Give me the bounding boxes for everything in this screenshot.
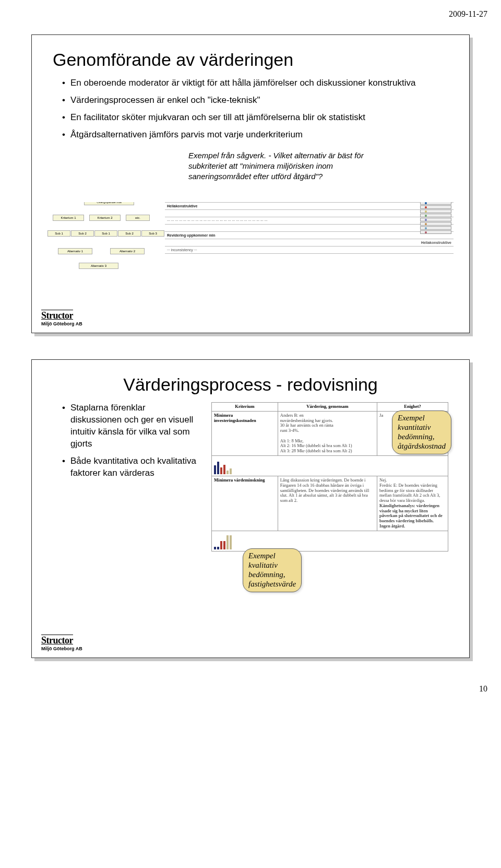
table-row xyxy=(212,455,448,476)
page: 2009-11-27 Genomförande av värderingen E… xyxy=(0,0,501,714)
slide-2: Värderingsprocess - redovisning Staplarn… xyxy=(31,359,470,658)
list-item: En oberoende moderator är viktigt för at… xyxy=(62,77,448,89)
panel-heading: Heliakonstruktive xyxy=(165,202,454,209)
bar-chart-2 xyxy=(214,535,446,549)
bar xyxy=(226,471,229,474)
bar xyxy=(220,467,222,474)
callout-line: bedömning, xyxy=(248,570,296,579)
logo-word: Structor xyxy=(41,635,82,646)
bar xyxy=(226,535,229,549)
bar xyxy=(214,465,216,474)
slide1-title: Genomförande av värderingen xyxy=(53,50,448,70)
list-item: Staplarna förenklar diskussionen och ger… xyxy=(62,402,199,450)
cell-chart xyxy=(212,531,448,551)
callout-line: kvalitativ xyxy=(248,560,296,570)
list-item: Både kvantitativa och kvalitativa faktor… xyxy=(62,455,199,479)
slide1-example: Exempel från sågverk. - Vilket alternati… xyxy=(188,150,448,182)
cell-enighet: Nej. Fredric E: De boendes värdering bed… xyxy=(377,476,448,531)
callout-line: kvantitativ xyxy=(398,423,446,432)
example-line: subkriteriet att "minimera miljörisken i… xyxy=(188,161,333,170)
list-item: Åtgärdsalternativen jämförs parvis mot v… xyxy=(62,129,448,141)
bar xyxy=(217,547,219,549)
callout-kvalitativ: Exempel kvalitativ bedömning, fastighets… xyxy=(243,548,302,592)
hierarchy-diagram: Övergripande mål Kriterium 1 Kriterium 2… xyxy=(47,202,168,296)
panel-subheading: Revidering uppkommer min xyxy=(165,231,454,239)
date-header: 2009-11-27 xyxy=(10,9,491,19)
cell-chart xyxy=(212,455,448,476)
slide1-background-diagram: Övergripande mål Kriterium 1 Kriterium 2… xyxy=(47,202,454,301)
slide2-bullets: Staplarna förenklar diskussionen och ger… xyxy=(58,402,199,479)
bar-chart-1 xyxy=(214,460,446,474)
bar xyxy=(214,547,216,549)
pairwise-panel: Heliakonstruktive ··· ··· ··· ··· ··· ··… xyxy=(165,202,454,301)
th-vardering: Värdering, gemensam xyxy=(278,403,377,412)
example-line: saneringsområdet efter utförd åtgärd"? xyxy=(188,172,323,181)
callout-line: åtgärdskostnad xyxy=(398,441,446,451)
logo: Structor Miljö Göteborg AB xyxy=(41,310,82,326)
slide2-title: Värderingsprocess - redovisning xyxy=(53,374,448,395)
cell-vardering: Anders B: en nuvärdesberäkning har gjort… xyxy=(278,411,377,455)
bar xyxy=(220,541,222,549)
cell-vardering: Lång diskussion kring värderingen. De bo… xyxy=(278,476,377,531)
bar xyxy=(223,465,225,474)
logo-word: Structor xyxy=(41,310,82,321)
th-kriterium: Kriterium xyxy=(212,403,278,412)
list-item: Värderingsprocessen är enkel och "icke-t… xyxy=(62,95,448,107)
slide-1: Genomförande av värderingen En oberoende… xyxy=(31,34,470,333)
page-number: 10 xyxy=(10,684,491,694)
logo-subtitle: Miljö Göteborg AB xyxy=(41,321,82,326)
slide1-bullets: En oberoende moderator är viktigt för at… xyxy=(58,77,448,141)
table-header-row: Kriterium Värdering, gemensam Enighet? xyxy=(212,403,448,412)
callout-line: fastighetsvärde xyxy=(248,579,296,589)
bar xyxy=(217,462,219,474)
logo: Structor Miljö Göteborg AB xyxy=(41,635,82,651)
cell-kriterium: Minimera värdeminskning xyxy=(212,476,278,531)
bar xyxy=(230,535,232,549)
slide2-left-col: Staplarna förenklar diskussionen och ger… xyxy=(53,402,199,580)
panel-subheading-2: Heliakonstruktive xyxy=(165,239,454,246)
callout-line: bedömning, xyxy=(398,432,446,441)
table-row xyxy=(212,531,448,551)
callout-title: Exempel xyxy=(248,551,296,560)
bar xyxy=(223,541,225,549)
callout-title: Exempel xyxy=(398,413,446,423)
logo-subtitle: Miljö Göteborg AB xyxy=(41,646,82,651)
th-enighet: Enighet? xyxy=(377,403,448,412)
example-line: Exempel från sågverk. - Vilket alternati… xyxy=(188,151,364,160)
slide2-right-col: Kriterium Värdering, gemensam Enighet? M… xyxy=(211,402,448,580)
cell-kriterium: Minimera investeringskostnaden xyxy=(212,411,278,455)
table-row: Minimera värdeminskning Lång diskussion … xyxy=(212,476,448,531)
bar xyxy=(230,468,232,474)
slide2-body: Staplarna förenklar diskussionen och ger… xyxy=(53,402,448,580)
callout-kvantitativ: Exempel kvantitativ bedömning, åtgärdsko… xyxy=(392,410,451,454)
list-item: En facilitator sköter mjukvaran och ser … xyxy=(62,112,448,124)
